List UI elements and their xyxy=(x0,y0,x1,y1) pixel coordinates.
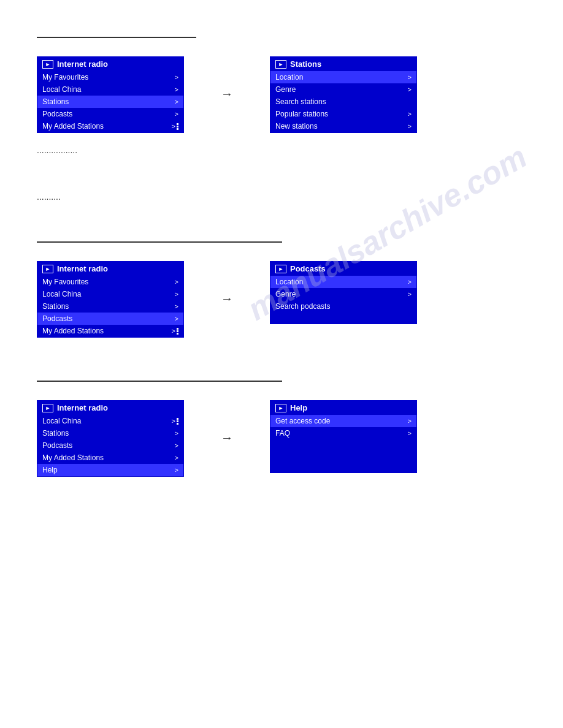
scroll-dot xyxy=(177,330,178,332)
chevron-icon: > xyxy=(175,278,178,286)
chevron-icon: > xyxy=(408,86,412,93)
chevron-icon: > xyxy=(175,454,178,461)
menu-item-local-china-3[interactable]: Local China > xyxy=(37,415,183,427)
menu-item-my-favourites[interactable]: My Favourites > xyxy=(37,71,183,83)
chevron-icon: > xyxy=(408,290,412,298)
scroll-dot xyxy=(177,123,178,125)
left-panel-title-help: ► Internet radio xyxy=(37,401,183,415)
menu-item-location-2[interactable]: Location > xyxy=(270,276,416,288)
right-panel-title-podcasts: ► Podcasts xyxy=(270,262,416,276)
menu-item-podcasts-3[interactable]: Podcasts > xyxy=(37,439,183,452)
menu-item-local-china[interactable]: Local China > xyxy=(37,83,183,96)
chevron-icon: > xyxy=(408,278,412,286)
arrow-2: → xyxy=(221,261,233,306)
chevron-icon: > xyxy=(175,110,178,118)
menu-item-genre-2[interactable]: Genre > xyxy=(270,288,416,300)
menu-item-label: Search podcasts xyxy=(275,302,330,311)
scroll-indicator-2 xyxy=(177,328,178,335)
chevron-icon: > xyxy=(175,315,178,322)
menu-item-podcasts-2[interactable]: Podcasts > xyxy=(37,313,183,325)
menu-item-new-stations[interactable]: New stations > xyxy=(270,120,416,132)
right-panel-title-stations: ► Stations xyxy=(270,57,416,71)
chevron-scroll-2: > xyxy=(172,327,178,335)
chevron-scroll-3: > xyxy=(172,417,178,425)
menu-item-empty-3 xyxy=(270,450,416,461)
menu-item-label: Stations xyxy=(42,97,69,106)
chevron-icon: > xyxy=(408,417,412,425)
menu-item-label: My Favourites xyxy=(42,73,88,82)
chevron-icon: > xyxy=(175,86,178,93)
scroll-dot xyxy=(177,126,178,127)
scroll-dot xyxy=(177,128,178,130)
menu-item-podcasts[interactable]: Podcasts > xyxy=(37,108,183,120)
chevron-icon: > xyxy=(172,327,175,335)
menu-item-my-favourites-2[interactable]: My Favourites > xyxy=(37,276,183,288)
chevron-icon: > xyxy=(408,110,412,118)
chevron-icon: > xyxy=(408,123,412,130)
menu-item-search-podcasts[interactable]: Search podcasts xyxy=(270,300,416,313)
menu-item-added-stations[interactable]: My Added Stations > xyxy=(37,120,183,132)
right-panel-title-help: ► Help xyxy=(270,401,416,415)
menu-item-added-stations-2[interactable]: My Added Stations > xyxy=(37,325,183,337)
left-panel-stations: ► Internet radio My Favourites > Local C… xyxy=(37,56,184,133)
menu-item-label: Genre xyxy=(275,85,296,94)
section-rule-3 xyxy=(37,381,282,382)
arrow-1: → xyxy=(221,56,233,101)
menu-item-label: Stations xyxy=(42,302,69,311)
menu-item-label: Popular stations xyxy=(275,110,328,118)
menu-item-label: Search stations xyxy=(275,97,326,106)
chevron-icon: > xyxy=(175,303,178,310)
menu-item-faq[interactable]: FAQ > xyxy=(270,427,416,439)
section-rule-1 xyxy=(37,37,196,38)
chevron-scroll: > xyxy=(172,123,178,130)
radio-icon-6: ► xyxy=(275,404,286,412)
scroll-indicator xyxy=(177,123,178,130)
menu-item-label: Podcasts xyxy=(42,441,72,450)
menu-item-empty xyxy=(270,313,416,324)
chevron-icon: > xyxy=(175,466,178,474)
menu-item-label: Get access code xyxy=(275,417,330,425)
menu-item-get-access-code[interactable]: Get access code > xyxy=(270,415,416,427)
menu-item-empty-4 xyxy=(270,461,416,472)
chevron-icon: > xyxy=(175,442,178,449)
menu-item-label: New stations xyxy=(275,122,318,131)
right-panel-help: ► Help Get access code > FAQ > xyxy=(270,400,417,473)
menu-item-genre[interactable]: Genre > xyxy=(270,83,416,96)
menu-item-label: My Added Stations xyxy=(42,327,104,335)
menu-item-local-china-2[interactable]: Local China > xyxy=(37,288,183,300)
right-panel-title-label: Stations xyxy=(290,59,321,69)
section-rule-2 xyxy=(37,241,282,243)
menu-row-podcasts: ► Internet radio My Favourites > Local C… xyxy=(37,261,526,338)
radio-icon-2: ► xyxy=(275,60,286,69)
menu-item-search-stations[interactable]: Search stations xyxy=(270,96,416,108)
radio-icon: ► xyxy=(42,60,53,69)
menu-item-label: Local China xyxy=(42,290,81,298)
scroll-dot xyxy=(177,328,178,330)
menu-item-label: FAQ xyxy=(275,429,290,438)
menu-item-label: Genre xyxy=(275,290,296,298)
menu-item-label: Location xyxy=(275,73,303,82)
menu-item-location[interactable]: Location > xyxy=(270,71,416,83)
menu-item-empty-2 xyxy=(270,439,416,450)
menu-item-stations-2[interactable]: Stations > xyxy=(37,300,183,313)
right-panel-stations: ► Stations Location > Genre > Search sta… xyxy=(270,56,417,133)
menu-item-popular-stations[interactable]: Popular stations > xyxy=(270,108,416,120)
menu-item-label: Location xyxy=(275,278,303,286)
chevron-icon: > xyxy=(175,74,178,81)
left-panel-title-podcasts: ► Internet radio xyxy=(37,262,183,276)
left-panel-title-stations: ► Internet radio xyxy=(37,57,183,71)
chevron-icon: > xyxy=(172,123,175,130)
scroll-dot xyxy=(177,418,178,420)
menu-item-label: Stations xyxy=(42,429,69,438)
left-panel-help: ► Internet radio Local China > Stations … xyxy=(37,400,184,477)
menu-item-stations[interactable]: Stations > xyxy=(37,96,183,108)
scroll-dot xyxy=(177,423,178,425)
menu-item-added-stations-3[interactable]: My Added Stations > xyxy=(37,452,183,464)
menu-item-help[interactable]: Help > xyxy=(37,464,183,476)
left-panel-title-label: Internet radio xyxy=(57,403,108,412)
menu-item-stations-3[interactable]: Stations > xyxy=(37,427,183,439)
arrow-3: → xyxy=(221,400,233,445)
menu-item-label: Podcasts xyxy=(42,314,72,323)
scroll-indicator-3 xyxy=(177,418,178,425)
chevron-icon: > xyxy=(408,430,412,437)
